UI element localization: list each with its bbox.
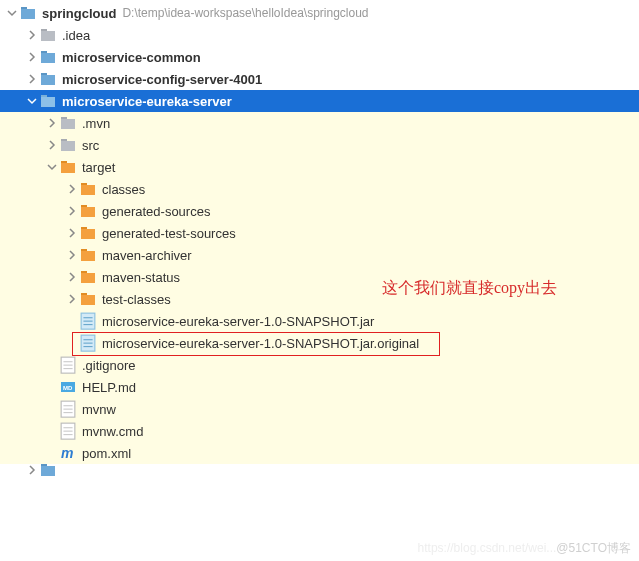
maven-file-icon: m — [60, 445, 76, 461]
node-label: .idea — [62, 28, 90, 43]
chevron-right-icon[interactable] — [64, 247, 80, 263]
node-label: microservice-config-server-4001 — [62, 72, 262, 87]
chevron-right-icon[interactable] — [64, 269, 80, 285]
tree-row-pom[interactable]: m pom.xml — [0, 442, 639, 464]
chevron-right-icon[interactable] — [44, 137, 60, 153]
folder-icon — [80, 225, 96, 241]
tree-row-gentest[interactable]: generated-test-sources — [0, 222, 639, 244]
tree-row-mvnwcmd[interactable]: mvnw.cmd — [0, 420, 639, 442]
root-path: D:\temp\idea-workspase\helloIdea\springc… — [122, 6, 368, 20]
node-label: .gitignore — [82, 358, 135, 373]
node-label: generated-test-sources — [102, 226, 236, 241]
node-label: src — [82, 138, 99, 153]
chevron-right-icon[interactable] — [24, 464, 40, 476]
jar-file-icon — [80, 313, 96, 329]
folder-icon — [80, 247, 96, 263]
node-label: HELP.md — [82, 380, 136, 395]
tree-row-gitignore[interactable]: .gitignore — [0, 354, 639, 376]
module-folder-icon — [40, 464, 56, 476]
chevron-right-icon[interactable] — [64, 225, 80, 241]
chevron-right-icon[interactable] — [24, 71, 40, 87]
tree-row-eureka[interactable]: microservice-eureka-server — [0, 90, 639, 112]
project-tree: springcloud D:\temp\idea-workspase\hello… — [0, 0, 639, 476]
svg-rect-30 — [81, 295, 95, 305]
node-label: microservice-common — [62, 50, 201, 65]
chevron-right-icon[interactable] — [24, 27, 40, 43]
module-folder-icon — [40, 93, 56, 109]
folder-icon — [60, 115, 76, 131]
jar-file-icon — [80, 335, 96, 351]
module-folder-icon — [40, 71, 56, 87]
watermark-text: @51CTO博客 — [556, 541, 631, 555]
node-label: mvnw.cmd — [82, 424, 143, 439]
file-icon — [60, 401, 76, 417]
svg-rect-24 — [81, 229, 95, 239]
watermark: https://blog.csdn.net/wei...@51CTO博客 — [418, 540, 631, 557]
folder-icon — [20, 5, 36, 21]
svg-rect-22 — [81, 207, 95, 217]
tree-row-idea[interactable]: .idea — [0, 24, 639, 46]
node-label: .mvn — [82, 116, 110, 131]
tree-row-mvnw[interactable]: mvnw — [0, 398, 639, 420]
node-label: pom.xml — [82, 446, 131, 461]
folder-icon — [80, 269, 96, 285]
svg-rect-18 — [61, 163, 75, 173]
node-label: target — [82, 160, 115, 175]
chevron-down-icon[interactable] — [24, 93, 40, 109]
node-label: maven-archiver — [102, 248, 192, 263]
svg-rect-6 — [49, 57, 54, 62]
svg-rect-1 — [21, 9, 35, 19]
svg-rect-9 — [49, 79, 54, 84]
chevron-down-icon[interactable] — [4, 5, 20, 21]
chevron-down-icon[interactable] — [44, 159, 60, 175]
svg-text:MD: MD — [63, 385, 73, 391]
tree-row-cropped[interactable] — [0, 464, 639, 476]
tree-row-gensrc[interactable]: generated-sources — [0, 200, 639, 222]
file-icon — [60, 423, 76, 439]
tree-row-jarorig[interactable]: microservice-eureka-server-1.0-SNAPSHOT.… — [0, 332, 639, 354]
tree-row-src[interactable]: src — [0, 134, 639, 156]
node-label: microservice-eureka-server-1.0-SNAPSHOT.… — [102, 314, 374, 329]
file-icon — [60, 357, 76, 373]
node-label: maven-status — [102, 270, 180, 285]
node-label: test-classes — [102, 292, 171, 307]
svg-rect-14 — [61, 119, 75, 129]
module-folder-icon — [40, 49, 56, 65]
svg-rect-20 — [81, 185, 95, 195]
node-label: microservice-eureka-server — [62, 94, 232, 109]
node-label: microservice-eureka-server-1.0-SNAPSHOT.… — [102, 336, 419, 351]
tree-row-classes[interactable]: classes — [0, 178, 639, 200]
tree-row-target[interactable]: target — [0, 156, 639, 178]
tree-row-jar[interactable]: microservice-eureka-server-1.0-SNAPSHOT.… — [0, 310, 639, 332]
node-label: classes — [102, 182, 145, 197]
svg-text:m: m — [61, 445, 73, 461]
chevron-right-icon[interactable] — [64, 181, 80, 197]
tree-row-testclasses[interactable]: test-classes — [0, 288, 639, 310]
tree-row-status[interactable]: maven-status — [0, 266, 639, 288]
watermark-faint: https://blog.csdn.net/wei... — [418, 541, 557, 555]
tree-row-config[interactable]: microservice-config-server-4001 — [0, 68, 639, 90]
svg-rect-16 — [61, 141, 75, 151]
svg-rect-3 — [41, 31, 55, 41]
tree-row-common[interactable]: microservice-common — [0, 46, 639, 68]
chevron-right-icon[interactable] — [24, 49, 40, 65]
tree-row-mvn[interactable]: .mvn — [0, 112, 639, 134]
tree-row-root[interactable]: springcloud D:\temp\idea-workspase\hello… — [0, 2, 639, 24]
folder-icon — [60, 159, 76, 175]
tree-row-help[interactable]: MD HELP.md — [0, 376, 639, 398]
folder-icon — [80, 203, 96, 219]
folder-icon — [80, 291, 96, 307]
folder-icon — [60, 137, 76, 153]
chevron-right-icon[interactable] — [64, 291, 80, 307]
svg-rect-55 — [41, 466, 55, 476]
root-label: springcloud — [42, 6, 116, 21]
chevron-right-icon[interactable] — [64, 203, 80, 219]
node-label: generated-sources — [102, 204, 210, 219]
svg-rect-12 — [49, 101, 54, 106]
svg-rect-28 — [81, 273, 95, 283]
chevron-right-icon[interactable] — [44, 115, 60, 131]
markdown-file-icon: MD — [60, 379, 76, 395]
svg-rect-26 — [81, 251, 95, 261]
tree-row-archiver[interactable]: maven-archiver — [0, 244, 639, 266]
node-label: mvnw — [82, 402, 116, 417]
